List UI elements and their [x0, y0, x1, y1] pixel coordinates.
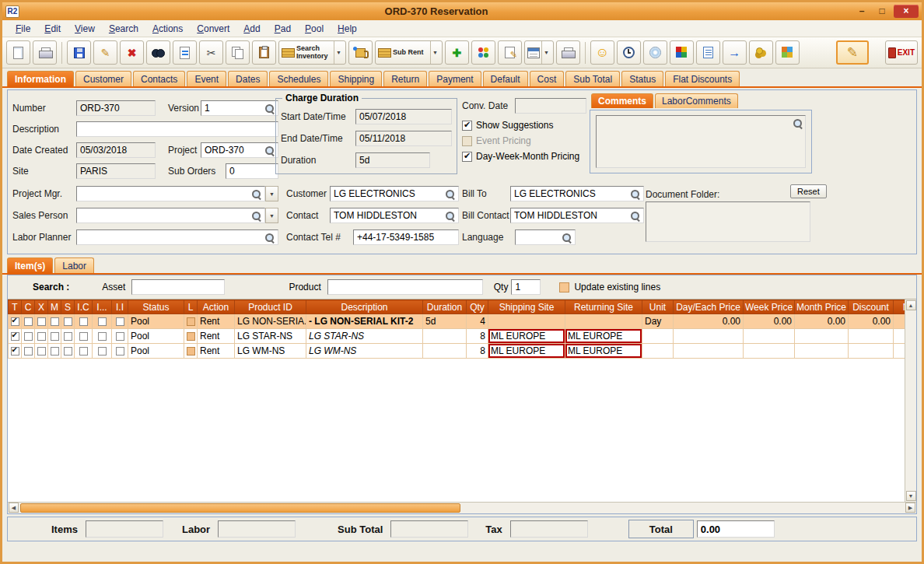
column-header[interactable]: M — [48, 300, 61, 314]
reset-button[interactable]: Reset — [790, 184, 827, 198]
search-icon[interactable] — [793, 118, 803, 128]
column-header[interactable]: S — [61, 300, 75, 314]
column-header[interactable]: Duration — [423, 300, 467, 314]
tab-labor[interactable]: Labor — [54, 257, 94, 273]
row-checkbox[interactable] — [98, 332, 107, 341]
edit-button[interactable]: ✎ — [93, 40, 117, 65]
time-button[interactable] — [617, 40, 641, 65]
conv-date-field[interactable] — [515, 98, 586, 114]
language-field[interactable] — [515, 229, 576, 245]
maximize-button[interactable]: □ — [873, 5, 891, 18]
row-checkbox[interactable] — [79, 347, 88, 356]
end-date-field[interactable]: 05/11/2018 — [355, 131, 452, 146]
payment-button[interactable] — [749, 40, 773, 65]
search-icon[interactable] — [630, 189, 640, 199]
menu-search[interactable]: Search — [102, 22, 145, 36]
menu-actions[interactable]: Actions — [145, 22, 190, 36]
tab-schedules[interactable]: Schedules — [269, 71, 328, 86]
tab-shipping[interactable]: Shipping — [330, 71, 382, 86]
row-checkbox[interactable] — [24, 317, 33, 326]
row-checkbox[interactable] — [11, 332, 19, 341]
cell-i[interactable] — [93, 314, 112, 329]
column-header[interactable]: Discount — [849, 300, 894, 314]
row-checkbox[interactable] — [37, 347, 46, 356]
project-mgr-field[interactable] — [76, 186, 265, 201]
cell-shipping-site[interactable] — [488, 314, 565, 329]
cell-description[interactable]: - LG NON-SERIAL KIT-2 — [306, 314, 423, 329]
minimize-button[interactable]: – — [853, 5, 870, 18]
row-checkbox[interactable] — [11, 347, 19, 356]
column-header[interactable]: Day/Each Price — [674, 300, 744, 314]
cell-s[interactable] — [61, 314, 75, 329]
tab-customer[interactable]: Customer — [75, 71, 131, 86]
row-checkbox[interactable] — [64, 317, 72, 326]
cell-l[interactable] — [184, 344, 198, 359]
row-checkbox[interactable] — [187, 317, 195, 326]
search-inventory-button[interactable]: Search Inventory — [278, 40, 346, 65]
menu-file[interactable]: File — [9, 22, 37, 36]
cell-day-price[interactable]: 0.00 — [674, 314, 744, 329]
table-row[interactable]: Pool Rent LG STAR-NS LG STAR-NS 8 ML EUR… — [9, 329, 917, 344]
scroll-right-icon[interactable] — [905, 503, 915, 513]
column-header[interactable]: Unit — [642, 300, 674, 314]
cell-month-price[interactable] — [795, 344, 849, 359]
cell-unit[interactable]: Day — [642, 314, 674, 329]
contact-field[interactable]: TOM HIDDLESTON — [330, 208, 459, 223]
cell-product-id[interactable]: LG NON-SERIA... — [235, 314, 306, 329]
document-folder-box[interactable] — [646, 201, 810, 242]
tab-items[interactable]: Item(s) — [7, 257, 53, 273]
row-checkbox[interactable] — [64, 332, 72, 341]
publish-button[interactable] — [643, 40, 667, 65]
cell-s[interactable] — [61, 344, 75, 359]
cell-l[interactable] — [184, 314, 198, 329]
description-field[interactable] — [76, 121, 278, 137]
menu-pool[interactable]: Pool — [298, 22, 331, 36]
horizontal-scrollbar[interactable] — [8, 502, 916, 513]
cell-action[interactable]: Rent — [198, 344, 235, 359]
tab-default[interactable]: Default — [483, 71, 528, 86]
sales-person-field[interactable] — [76, 208, 265, 223]
column-header[interactable]: I.I — [112, 300, 128, 314]
version-field[interactable]: 1 — [201, 100, 278, 116]
cell-discount[interactable]: 0.00 — [849, 314, 894, 329]
chevron-down-icon[interactable] — [334, 41, 343, 64]
chevron-down-icon[interactable] — [541, 41, 551, 64]
notes-button[interactable] — [696, 40, 720, 65]
convert-button[interactable] — [173, 40, 197, 65]
scroll-up-icon[interactable] — [906, 300, 916, 310]
cell-t[interactable] — [9, 344, 22, 359]
cell-day-price[interactable] — [674, 329, 744, 344]
scroll-down-icon[interactable] — [906, 491, 916, 501]
row-checkbox[interactable] — [24, 347, 33, 356]
cell-qty[interactable]: 8 — [467, 344, 488, 359]
tab-payment[interactable]: Payment — [429, 71, 481, 86]
search-icon[interactable] — [264, 233, 275, 243]
cell-unit[interactable] — [642, 344, 674, 359]
search-icon[interactable] — [264, 103, 275, 114]
tab-flat-discounts[interactable]: Flat Discounts — [665, 71, 740, 86]
day-week-month-checkbox[interactable] — [462, 152, 472, 162]
column-header[interactable]: Shipping Site — [488, 300, 565, 314]
column-header[interactable]: Action — [198, 300, 235, 314]
save-button[interactable] — [67, 40, 91, 65]
show-suggestions-checkbox[interactable] — [462, 121, 472, 131]
comments-textarea[interactable] — [596, 115, 806, 168]
transfer-button[interactable]: → — [723, 40, 747, 65]
delete-button[interactable]: ✖ — [120, 40, 144, 65]
table-row[interactable]: Pool Rent LG WM-NS LG WM-NS 8 ML EUROPE … — [9, 344, 917, 359]
cell-c[interactable] — [22, 344, 35, 359]
packages-button[interactable] — [775, 40, 800, 65]
cell-qty[interactable]: 4 — [467, 314, 488, 329]
pool-button[interactable] — [471, 40, 495, 65]
cell-x[interactable] — [35, 344, 48, 359]
paste-button[interactable] — [252, 40, 276, 65]
cell-description[interactable]: LG WM-NS — [306, 344, 423, 359]
column-header[interactable]: X — [35, 300, 48, 314]
quick-edit-button[interactable]: ✎ — [836, 40, 869, 65]
tab-comments[interactable]: Comments — [591, 93, 653, 108]
column-header[interactable]: T — [9, 300, 22, 314]
contact-tel-field[interactable]: +44-17-5349-1585 — [353, 229, 459, 245]
row-checkbox[interactable] — [187, 347, 195, 356]
cell-shipping-site[interactable]: ML EUROPE — [488, 344, 565, 359]
row-checkbox[interactable] — [64, 347, 72, 356]
